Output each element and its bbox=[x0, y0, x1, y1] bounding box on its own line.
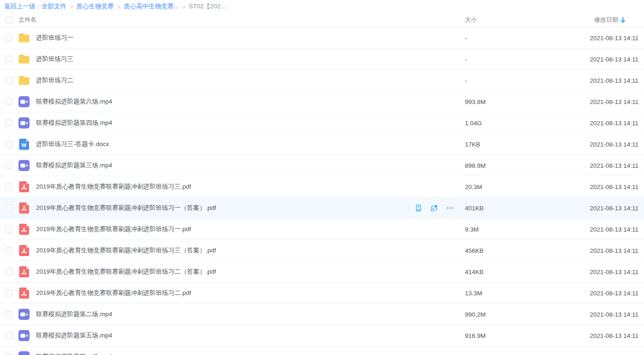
file-name-link[interactable]: 进阶班练习三 bbox=[36, 55, 73, 63]
file-date: 2021-08-13 14:11 bbox=[590, 226, 638, 233]
file-size: - bbox=[465, 34, 467, 41]
file-size: 993.8M bbox=[465, 98, 486, 105]
row-checkbox[interactable] bbox=[6, 55, 12, 62]
folder-icon bbox=[18, 75, 30, 86]
file-date: 2021-08-13 14:11 bbox=[590, 268, 638, 275]
word-file-icon: W bbox=[18, 139, 30, 150]
file-size: 401KB bbox=[465, 204, 484, 211]
table-row[interactable]: W 联赛模拟进阶题第五场.mp4 bbox=[0, 325, 644, 346]
column-header-date[interactable]: 修改日期 bbox=[594, 16, 626, 24]
column-header-size: 大小 bbox=[465, 16, 477, 24]
file-size: 951.1M bbox=[465, 353, 486, 355]
row-checkbox[interactable] bbox=[6, 353, 12, 355]
file-size: 17KB bbox=[465, 141, 480, 147]
breadcrumb-separator: > bbox=[182, 3, 186, 10]
sort-desc-icon[interactable] bbox=[620, 17, 626, 23]
file-name-link[interactable]: 2019年质心教育生物竞赛联赛刷题冲刺进阶班练习三（答案）.pdf bbox=[36, 246, 216, 255]
file-size: 13.3M bbox=[465, 289, 482, 296]
row-checkbox[interactable] bbox=[6, 34, 12, 41]
file-date: 2021-08-13 14:11 bbox=[590, 204, 638, 211]
more-options-icon[interactable] bbox=[446, 204, 454, 212]
video-file-icon bbox=[18, 160, 30, 171]
file-date: 2021-08-13 14:11 bbox=[590, 34, 638, 41]
file-size: 898.9M bbox=[465, 162, 486, 169]
pdf-file-icon bbox=[18, 202, 30, 214]
table-row[interactable]: W 进阶班练习三-答题卡.docx bbox=[0, 134, 644, 155]
pdf-file-icon bbox=[18, 288, 30, 299]
file-name-link[interactable]: 联赛模拟进阶题第三场.mp4 bbox=[36, 161, 112, 170]
file-size: 414KB bbox=[465, 268, 484, 275]
file-name-link[interactable]: 2019年质心教育生物竞赛联赛刷题冲刺进阶班练习二（答案）.pdf bbox=[36, 268, 216, 276]
file-date: 2021-08-13 14:11 bbox=[590, 162, 638, 169]
file-name-link[interactable]: 2019年质心教育生物竞赛联赛刷题冲刺进阶班练习一（答案）.pdf bbox=[36, 204, 216, 212]
file-size: 9.3M bbox=[465, 226, 479, 233]
pdf-file-icon bbox=[18, 266, 30, 277]
file-name-link[interactable]: 进阶班练习二 bbox=[36, 76, 73, 85]
table-row[interactable]: W 联赛模拟进阶题第三场.mp4 bbox=[0, 155, 644, 176]
table-row[interactable]: W 进阶班练习二 bbox=[0, 70, 644, 91]
table-row[interactable]: W 2019年质心教育生物竞赛联赛刷题冲刺进阶班练习二（答案）.pdf bbox=[0, 261, 644, 282]
breadcrumb-separator: > bbox=[70, 3, 73, 10]
table-header: 文件名 大小 修改日期 bbox=[0, 13, 644, 27]
file-name-link[interactable]: 2019年质心教育生物竞赛联赛刷题冲刺进阶班练习一.pdf bbox=[36, 225, 191, 233]
video-file-icon bbox=[18, 117, 30, 129]
breadcrumb: 返回上一级 | 全部文件 > 质心生物竞赛 > 质心高中生物竞赛... > ST… bbox=[0, 0, 644, 13]
table-row[interactable]: W 2019年质心教育生物竞赛联赛刷题冲刺进阶班练习一.pdf bbox=[0, 219, 644, 240]
file-date: 2021-08-13 14:11 bbox=[590, 332, 638, 339]
table-row[interactable]: W 联赛模拟进阶题第四场.mp4 bbox=[0, 112, 644, 134]
file-date: 2021-08-13 14:11 bbox=[590, 98, 638, 105]
breadcrumb-back-link[interactable]: 返回上一级 bbox=[4, 2, 36, 11]
file-name-link[interactable]: 联赛模拟进阶题第六场.mp4 bbox=[36, 98, 112, 106]
row-checkbox[interactable] bbox=[6, 311, 12, 318]
row-checkbox[interactable] bbox=[6, 98, 12, 105]
table-row[interactable]: W 进阶班练习一 bbox=[0, 27, 644, 49]
row-checkbox[interactable] bbox=[6, 204, 12, 211]
file-name-link[interactable]: 联赛模拟进阶题第五场.mp4 bbox=[36, 331, 112, 340]
folder-icon bbox=[18, 54, 30, 65]
table-row[interactable]: W 联赛模拟进阶题第二场.mp4 bbox=[0, 304, 644, 325]
row-checkbox[interactable] bbox=[6, 247, 12, 254]
table-row[interactable]: W 2019年质心教育生物竞赛联赛刷题冲刺进阶班练习二.pdf bbox=[0, 282, 644, 304]
table-row[interactable]: W 2019年质心教育生物竞赛联赛刷题冲刺进阶班练习三（答案）.pdf bbox=[0, 240, 644, 261]
row-checkbox[interactable] bbox=[6, 332, 12, 339]
table-row[interactable]: W 联赛模拟进阶题第六场.mp4 bbox=[0, 91, 644, 112]
row-checkbox[interactable] bbox=[6, 289, 12, 296]
table-row[interactable]: W 联赛模拟进阶题第一场.mp4 bbox=[0, 346, 644, 355]
file-size: 456KB bbox=[465, 247, 484, 254]
row-checkbox[interactable] bbox=[6, 162, 12, 169]
row-checkbox[interactable] bbox=[6, 119, 12, 126]
file-name-link[interactable]: 联赛模拟进阶题第四场.mp4 bbox=[36, 119, 112, 127]
table-row[interactable]: W 进阶班练习三 bbox=[0, 49, 644, 70]
row-checkbox[interactable] bbox=[6, 141, 12, 147]
row-hover-actions bbox=[415, 204, 454, 212]
file-manager-page: 返回上一级 | 全部文件 > 质心生物竞赛 > 质心高中生物竞赛... > ST… bbox=[0, 0, 644, 355]
breadcrumb-item-folder-2[interactable]: 质心高中生物竞赛... bbox=[124, 2, 179, 11]
file-name-link[interactable]: 联赛模拟进阶题第二场.mp4 bbox=[36, 310, 112, 318]
row-checkbox[interactable] bbox=[6, 77, 12, 84]
table-row[interactable]: W 2019年质心教育生物竞赛联赛刷题冲刺进阶班练习一（答案）.pdf bbox=[0, 197, 644, 219]
file-name-link[interactable]: 2019年质心教育生物竞赛联赛刷题冲刺进阶班练习三.pdf bbox=[36, 183, 191, 191]
file-date: 2021-08-13 14:11 bbox=[590, 183, 638, 190]
file-name-link[interactable]: 进阶班练习三-答题卡.docx bbox=[36, 140, 109, 148]
file-size: 1.04G bbox=[465, 119, 482, 126]
send-to-device-icon[interactable] bbox=[415, 204, 422, 212]
file-name-link[interactable]: 联赛模拟进阶题第一场.mp4 bbox=[36, 353, 112, 355]
row-checkbox[interactable] bbox=[6, 226, 12, 233]
file-date: 2021-08-13 14:11 bbox=[590, 141, 638, 147]
video-file-icon bbox=[18, 351, 30, 355]
file-name-link[interactable]: 2019年质心教育生物竞赛联赛刷题冲刺进阶班练习二.pdf bbox=[36, 289, 191, 297]
table-row[interactable]: W 2019年质心教育生物竞赛联赛刷题冲刺进阶班练习三.pdf bbox=[0, 176, 644, 197]
file-date: 2021-08-13 14:11 bbox=[590, 55, 638, 62]
file-name-link[interactable]: 进阶班练习一 bbox=[36, 34, 73, 42]
row-checkbox[interactable] bbox=[6, 183, 12, 190]
video-file-icon bbox=[18, 96, 30, 107]
folder-icon bbox=[18, 32, 30, 43]
column-header-date-label: 修改日期 bbox=[594, 16, 618, 24]
select-all-checkbox[interactable] bbox=[6, 17, 12, 24]
row-checkbox[interactable] bbox=[6, 268, 12, 275]
video-file-icon bbox=[18, 330, 30, 341]
transfer-icon[interactable] bbox=[430, 204, 438, 212]
column-header-name: 文件名 bbox=[18, 16, 36, 24]
breadcrumb-item-all-files[interactable]: 全部文件 bbox=[42, 2, 66, 11]
breadcrumb-item-folder-1[interactable]: 质心生物竞赛 bbox=[77, 2, 114, 11]
